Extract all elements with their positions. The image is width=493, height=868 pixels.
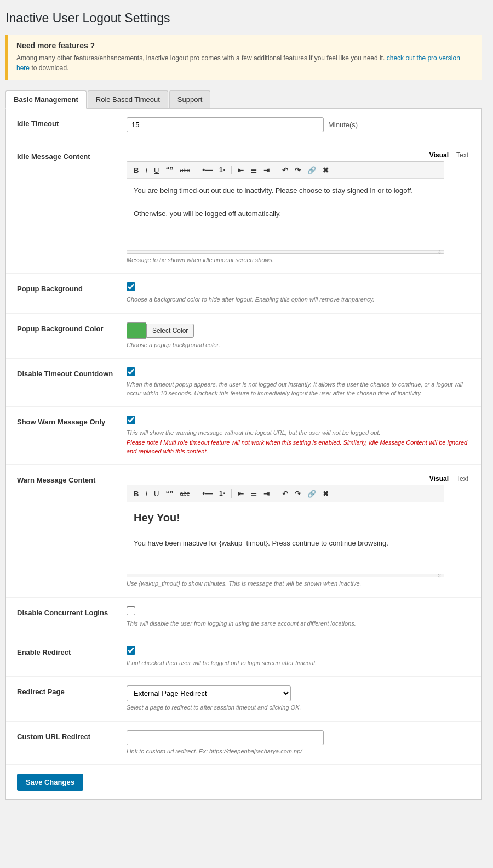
warn-align-right-btn[interactable]: ⇥ xyxy=(261,489,272,499)
idle-timeout-input[interactable] xyxy=(127,117,324,132)
disable-concurrent-checkbox[interactable] xyxy=(127,606,135,615)
idle-timeout-unit: Minute(s) xyxy=(328,121,358,129)
popup-bg-color-label: Popup Background Color xyxy=(17,322,127,333)
warn-text-tab[interactable]: Text xyxy=(454,474,471,484)
redirect-page-select[interactable]: External Page Redirect Login Page Home P… xyxy=(127,685,291,701)
disable-countdown-row: Disable Timeout Countdown When the timeo… xyxy=(6,359,481,407)
show-warn-message-checkbox[interactable] xyxy=(127,416,135,424)
warn-italic-btn[interactable]: I xyxy=(143,489,150,499)
warn-align-center-btn[interactable]: ⚌ xyxy=(248,489,259,499)
idle-message-row: Idle Message Content Visual Text B I U “… xyxy=(6,141,481,274)
notice-body: Among many other features/enhancements, … xyxy=(16,53,473,73)
save-changes-button[interactable]: Save Changes xyxy=(17,774,83,791)
idle-sep3 xyxy=(276,166,276,174)
warn-editor-toolbar: B I U “” abc •— 1⋅ ⇤ ⚌ ⇥ ↶ ↷ xyxy=(127,485,444,502)
warn-strikethrough-btn[interactable]: abc xyxy=(177,489,192,498)
warn-sep2 xyxy=(231,489,232,498)
warn-ol-btn[interactable]: 1⋅ xyxy=(217,489,227,498)
warn-message-control: Visual Text B I U “” abc •— 1⋅ ⇤ xyxy=(127,474,471,588)
save-section: Save Changes xyxy=(6,765,481,799)
show-warn-message-error: Please note ! Multi role timeout feature… xyxy=(127,439,471,456)
idle-align-center-btn[interactable]: ⚌ xyxy=(248,165,259,175)
select-color-button[interactable]: Select Color xyxy=(146,324,194,338)
tab-support[interactable]: Support xyxy=(169,90,211,108)
warn-undo-btn[interactable]: ↶ xyxy=(280,489,290,499)
enable-redirect-control: If not checked then user will be logged … xyxy=(127,646,471,667)
redirect-page-label: Redirect Page xyxy=(17,685,127,696)
warn-redo-btn[interactable]: ↷ xyxy=(293,489,303,499)
custom-url-label: Custom URL Redirect xyxy=(17,730,127,741)
idle-redo-btn[interactable]: ↷ xyxy=(293,165,303,175)
idle-ul-btn[interactable]: •— xyxy=(200,164,215,175)
idle-content-line2: Otherwise, you will be logged off automa… xyxy=(134,208,437,220)
notice-box: Need more features ? Among many other fe… xyxy=(5,35,482,80)
idle-align-right-btn[interactable]: ⇥ xyxy=(261,165,272,175)
idle-sep1 xyxy=(196,166,196,174)
warn-message-label: Warn Message Content xyxy=(17,474,127,484)
settings-panel: Idle Timeout Minute(s) Idle Message Cont… xyxy=(5,109,482,800)
warn-blockquote-btn[interactable]: “” xyxy=(163,488,175,499)
enable-redirect-hint: If not checked then user will be logged … xyxy=(127,659,317,667)
disable-countdown-control: When the timeout popup appears, the user… xyxy=(127,367,471,398)
warn-message-body[interactable]: Hey You! You have been inactive for {wak… xyxy=(127,502,444,574)
color-swatch xyxy=(127,322,146,339)
warn-bold-btn[interactable]: B xyxy=(131,489,141,499)
notice-heading: Need more features ? xyxy=(16,41,473,50)
warn-visual-tab[interactable]: Visual xyxy=(427,474,451,484)
idle-sep2 xyxy=(231,166,232,174)
page-title: Inactive User Logout Settings xyxy=(5,11,482,26)
idle-strikethrough-btn[interactable]: abc xyxy=(177,166,192,174)
idle-blockquote-btn[interactable]: “” xyxy=(163,164,175,175)
idle-italic-btn[interactable]: I xyxy=(143,165,150,175)
warn-remove-btn[interactable]: ✖ xyxy=(320,489,331,499)
idle-timeout-row: Idle Timeout Minute(s) xyxy=(6,109,481,141)
custom-url-control: Link to custom url redirect. Ex: https:/… xyxy=(127,730,471,756)
tab-role-based-timeout[interactable]: Role Based Timeout xyxy=(88,90,168,108)
idle-editor-resize[interactable]: ⇳ xyxy=(127,250,444,253)
disable-concurrent-control: This will disable the user from logging … xyxy=(127,606,471,628)
popup-background-control: Choose a background color to hide after … xyxy=(127,282,471,304)
disable-countdown-hint: When the timeout popup appears, the user… xyxy=(127,381,471,398)
disable-concurrent-row: Disable Concurrent Logins This will disa… xyxy=(6,598,481,637)
disable-concurrent-label: Disable Concurrent Logins xyxy=(17,606,127,617)
idle-text-tab[interactable]: Text xyxy=(454,150,471,160)
warn-editor-resize[interactable]: ⇳ xyxy=(127,574,444,577)
idle-editor-toolbar: B I U “” abc •— 1⋅ ⇤ ⚌ ⇥ ↶ ↷ xyxy=(127,162,444,179)
idle-remove-btn[interactable]: ✖ xyxy=(320,165,331,175)
enable-redirect-row: Enable Redirect If not checked then user… xyxy=(6,637,481,677)
tab-basic-management[interactable]: Basic Management xyxy=(5,90,87,109)
show-warn-message-label: Show Warn Message Only xyxy=(17,416,127,426)
show-warn-message-hint: This will show the warning message witho… xyxy=(127,429,380,437)
idle-link-btn[interactable]: 🔗 xyxy=(305,165,318,175)
redirect-page-row: Redirect Page External Page Redirect Log… xyxy=(6,677,481,721)
custom-url-input[interactable] xyxy=(127,730,324,745)
idle-ol-btn[interactable]: 1⋅ xyxy=(217,165,227,175)
warn-link-btn[interactable]: 🔗 xyxy=(305,489,318,499)
popup-bg-color-row: Popup Background Color Select Color Choo… xyxy=(6,314,481,359)
warn-content-line1: You have been inactive for {wakup_timout… xyxy=(134,538,437,549)
idle-underline-btn[interactable]: U xyxy=(152,165,161,175)
popup-bg-color-hint: Choose a popup background color. xyxy=(127,341,471,349)
idle-message-label: Idle Message Content xyxy=(17,150,127,161)
idle-align-left-btn[interactable]: ⇤ xyxy=(236,165,246,175)
warn-align-left-btn[interactable]: ⇤ xyxy=(236,489,246,499)
popup-background-label: Popup Background xyxy=(17,282,127,293)
idle-visual-tab[interactable]: Visual xyxy=(427,150,451,160)
warn-message-hint: Use {wakup_timout} to show minutes. This… xyxy=(127,580,471,588)
popup-background-hint: Choose a background color to hide after … xyxy=(127,296,374,304)
idle-message-body[interactable]: You are being timed-out out due to inact… xyxy=(127,179,444,250)
warn-content-heading: Hey You! xyxy=(134,512,180,524)
custom-url-hint: Link to custom url redirect. Ex: https:/… xyxy=(127,747,471,756)
custom-url-row: Custom URL Redirect Link to custom url r… xyxy=(6,722,481,765)
enable-redirect-checkbox[interactable] xyxy=(127,646,135,655)
warn-ul-btn[interactable]: •— xyxy=(200,488,215,499)
redirect-page-hint: Select a page to redirect to after sessi… xyxy=(127,704,471,712)
warn-underline-btn[interactable]: U xyxy=(152,489,161,499)
warn-message-editor: B I U “” abc •— 1⋅ ⇤ ⚌ ⇥ ↶ ↷ xyxy=(127,485,444,577)
popup-background-checkbox[interactable] xyxy=(127,282,135,291)
disable-countdown-label: Disable Timeout Countdown xyxy=(17,367,127,378)
disable-concurrent-hint: This will disable the user from logging … xyxy=(127,620,356,628)
idle-bold-btn[interactable]: B xyxy=(131,165,141,175)
disable-countdown-checkbox[interactable] xyxy=(127,367,135,376)
idle-undo-btn[interactable]: ↶ xyxy=(280,165,290,175)
